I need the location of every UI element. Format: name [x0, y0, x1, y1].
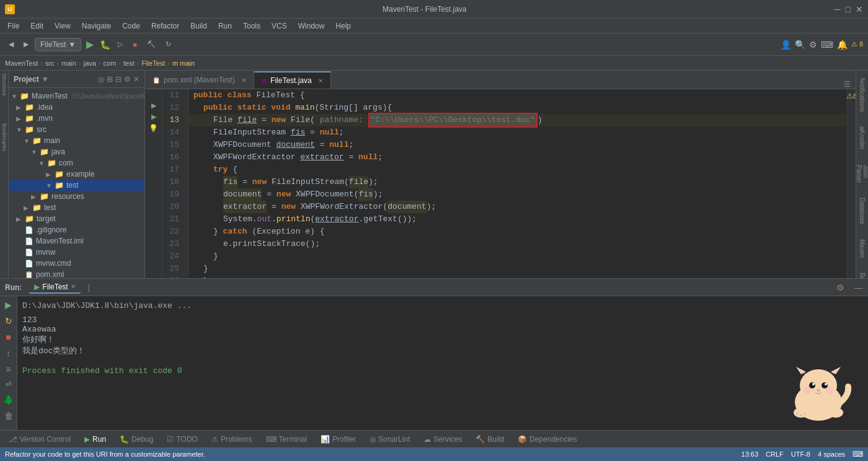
json-parser-sidebar-tab[interactable]: Json Parser	[854, 160, 869, 188]
run-tree-icon[interactable]: 🌲	[2, 393, 15, 406]
project-settings-icon[interactable]: ⚙	[124, 75, 131, 84]
run-wrap-icon[interactable]: ⏎	[4, 379, 12, 390]
run-coverage-button[interactable]: ▷	[114, 38, 126, 50]
menu-file[interactable]: File	[2, 20, 24, 32]
code-line-19[interactable]: document = new XWPFDocument(fis);	[188, 188, 847, 201]
run-tab-close[interactable]: ✕	[71, 283, 76, 290]
tree-item-java[interactable]: ▼ 📁 java	[9, 146, 144, 157]
code-line-17[interactable]: try {	[188, 164, 847, 176]
tree-item-iml[interactable]: ▶ 📄 MavenTest.iml	[9, 235, 144, 247]
menu-navigate[interactable]: Navigate	[77, 20, 116, 32]
structure-panel-tab[interactable]: Structure	[1, 73, 7, 96]
restservices-sidebar-tab[interactable]: RestServices	[857, 268, 867, 278]
toolbar-forward[interactable]: ▶	[20, 38, 32, 50]
title-bar-right[interactable]: ─ □ ✕	[835, 4, 863, 14]
tree-item-maventest[interactable]: ▼ 📁 MavenTest D:\Java\JavaWorkSpace\Mave…	[9, 90, 144, 102]
code-line-20[interactable]: extractor = new XWPFWordExtractor(docume…	[188, 201, 847, 213]
minimize-button[interactable]: ─	[835, 4, 841, 14]
sync-button[interactable]: ↻	[162, 38, 175, 50]
bottom-tab-debug[interactable]: 🐛 Debug	[113, 433, 159, 446]
build-button[interactable]: 🔨	[143, 38, 159, 50]
breadcrumb-project[interactable]: MavenTest	[5, 59, 38, 67]
tree-item-main[interactable]: ▼ 📁 main	[9, 135, 144, 146]
code-content[interactable]: public class FileTest { public static vo…	[188, 89, 847, 278]
project-close-icon[interactable]: ✕	[133, 75, 140, 84]
code-line-21[interactable]: System.out.println(extractor.getText());	[188, 213, 847, 226]
gutter-run-12[interactable]: ▶	[145, 112, 162, 123]
bottom-tab-todo[interactable]: ☑ TODO	[161, 433, 203, 446]
menu-refactor[interactable]: Refactor	[146, 20, 184, 32]
run-method-icon[interactable]: ▶	[151, 113, 156, 121]
run-filter-icon[interactable]: ≡	[4, 363, 12, 375]
translate-icon[interactable]: ⌨	[821, 40, 833, 50]
tree-item-mvn[interactable]: ▶ 📁 .mvn	[9, 113, 144, 124]
menu-tools[interactable]: Tools	[238, 20, 265, 32]
tree-item-test2[interactable]: ▶ 📁 test	[9, 202, 144, 213]
run-config-selector[interactable]: FileTest ▼	[35, 38, 81, 51]
bookmarks-panel-tab[interactable]: Bookmarks	[1, 123, 7, 151]
breadcrumb-test[interactable]: test	[123, 59, 135, 67]
bottom-tab-version-control[interactable]: ⎇ Version Control	[2, 433, 77, 446]
database-sidebar-tab[interactable]: Database	[857, 193, 867, 229]
tree-item-example[interactable]: ▶ 📁 example	[9, 169, 144, 180]
bottom-tab-run[interactable]: ▶ Run	[78, 433, 112, 446]
code-line-25[interactable]: }	[188, 263, 847, 275]
breadcrumb-main-method[interactable]: m main	[172, 59, 195, 67]
bottom-tab-services[interactable]: ☁ Services	[417, 433, 468, 446]
tree-item-mvnw-cmd[interactable]: ▶ 📄 mvnw.cmd	[9, 258, 144, 269]
project-locate-icon[interactable]: ◎	[98, 75, 104, 84]
run-button[interactable]: ▶	[84, 37, 96, 51]
stop-button[interactable]: ■	[129, 39, 141, 50]
run-rerun-icon[interactable]: ↻	[4, 315, 14, 327]
code-line-24[interactable]: }	[188, 250, 847, 263]
menu-window[interactable]: Window	[293, 20, 330, 32]
bottom-tab-problems[interactable]: ⚠ Problems	[205, 433, 259, 446]
menu-build[interactable]: Build	[185, 20, 212, 32]
run-minimize-icon[interactable]: —	[854, 283, 863, 292]
menu-view[interactable]: View	[50, 20, 76, 32]
menu-vcs[interactable]: VCS	[267, 20, 292, 32]
tree-item-pom[interactable]: ▶ 📋 pom.xml	[9, 269, 144, 278]
tree-item-src[interactable]: ▼ 📁 src	[9, 124, 144, 135]
notifications-sidebar-tab[interactable]: Notifications	[857, 73, 867, 116]
code-line-16[interactable]: XWPFWordExtractor extractor = null;	[188, 151, 847, 164]
project-collapse-icon[interactable]: ⊟	[115, 75, 122, 84]
run-class-icon[interactable]: ▶	[151, 102, 156, 110]
breadcrumb-src[interactable]: src	[45, 59, 55, 67]
bottom-tab-profiler[interactable]: 📊 Profiler	[314, 433, 362, 446]
tree-item-test-selected[interactable]: ▼ 📁 test	[9, 180, 144, 191]
tab-menu-icon[interactable]: ☰	[844, 80, 851, 89]
code-line-12[interactable]: public static void main(String[] args){	[188, 102, 847, 114]
run-trash-icon[interactable]: 🗑	[3, 410, 14, 422]
tree-item-idea[interactable]: ▶ 📁 .idea	[9, 102, 144, 113]
code-line-18[interactable]: fis = new FileInputStream(file);	[188, 176, 847, 188]
vcs-icon[interactable]: 👤	[781, 40, 791, 50]
menu-edit[interactable]: Edit	[25, 20, 48, 32]
tab-filetest-close[interactable]: ✕	[318, 77, 323, 84]
run-play-icon[interactable]: ▶	[4, 299, 13, 311]
maven-sidebar-tab[interactable]: Maven	[857, 234, 867, 263]
run-settings-icon[interactable]: ⚙	[836, 283, 844, 292]
status-indent[interactable]: 4 spaces	[818, 450, 845, 458]
status-encoding[interactable]: UTF-8	[791, 450, 810, 458]
tab-pom-close[interactable]: ✕	[241, 77, 246, 84]
menu-run[interactable]: Run	[213, 20, 237, 32]
tab-filetest-java[interactable]: m FileTest.java ✕	[254, 71, 331, 89]
menu-help[interactable]: Help	[330, 20, 356, 32]
bulb-icon[interactable]: 💡	[145, 123, 162, 134]
menu-code[interactable]: Code	[117, 20, 145, 32]
run-scroll-icon[interactable]: ↕	[5, 347, 12, 359]
bottom-tab-dependencies[interactable]: 📦 Dependencies	[512, 433, 583, 446]
gutter-run-11[interactable]: ▶	[145, 100, 162, 112]
close-button[interactable]: ✕	[856, 4, 863, 14]
run-tab-filetest[interactable]: ▶ FileTest ✕	[29, 281, 80, 294]
code-line-26[interactable]: }	[188, 275, 847, 278]
bottom-tab-terminal[interactable]: ⌨ Terminal	[260, 433, 313, 446]
code-line-14[interactable]: FileInputStream fis = null;	[188, 126, 847, 139]
bottom-tab-build[interactable]: 🔨 Build	[469, 433, 510, 446]
debug-button[interactable]: 🐛	[99, 38, 112, 51]
tree-item-com[interactable]: ▼ 📁 com	[9, 157, 144, 169]
tab-pom-xml[interactable]: 📋 pom.xml (MavenTest) ✕	[145, 71, 254, 89]
code-line-23[interactable]: e.printStackTrace();	[188, 238, 847, 250]
tree-item-target[interactable]: ▶ 📁 target	[9, 213, 144, 224]
